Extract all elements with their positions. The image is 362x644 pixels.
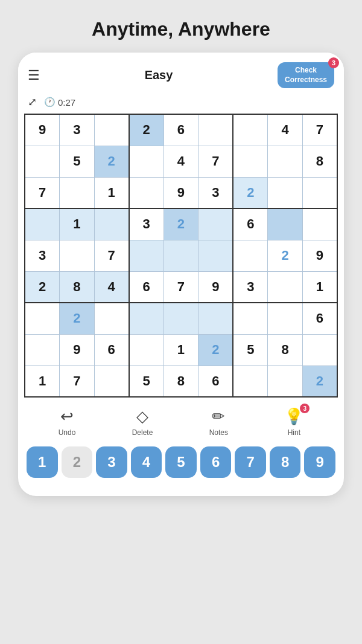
grid-cell[interactable] bbox=[60, 177, 95, 208]
numpad-button-6[interactable]: 6 bbox=[200, 446, 232, 478]
grid-cell[interactable]: 8 bbox=[164, 365, 198, 397]
grid-cell[interactable]: 6 bbox=[302, 303, 337, 334]
grid-cell[interactable]: 2 bbox=[25, 271, 60, 303]
grid-cell[interactable] bbox=[94, 365, 129, 397]
grid-cell[interactable] bbox=[302, 334, 337, 365]
grid-cell[interactable] bbox=[302, 177, 337, 208]
grid-cell[interactable] bbox=[268, 208, 303, 240]
grid-cell[interactable]: 7 bbox=[198, 146, 233, 177]
notes-button[interactable]: ✏ Notes bbox=[209, 407, 228, 437]
grid-cell[interactable]: 3 bbox=[25, 240, 60, 271]
grid-cell[interactable] bbox=[129, 240, 164, 271]
grid-cell[interactable]: 5 bbox=[129, 365, 164, 397]
grid-cell[interactable]: 9 bbox=[198, 271, 233, 303]
grid-cell[interactable] bbox=[233, 365, 268, 397]
grid-cell[interactable] bbox=[198, 114, 233, 146]
grid-cell[interactable]: 7 bbox=[164, 271, 198, 303]
grid-cell[interactable] bbox=[60, 240, 95, 271]
grid-cell[interactable]: 9 bbox=[60, 334, 95, 365]
grid-cell[interactable]: 3 bbox=[60, 114, 95, 146]
grid-cell[interactable]: 6 bbox=[129, 271, 164, 303]
grid-cell[interactable]: 7 bbox=[302, 114, 337, 146]
grid-cell[interactable] bbox=[233, 240, 268, 271]
grid-cell[interactable]: 2 bbox=[302, 365, 337, 397]
hint-icon: 💡 3 bbox=[284, 407, 303, 426]
grid-cell[interactable] bbox=[129, 146, 164, 177]
undo-button[interactable]: ↩ Undo bbox=[59, 407, 76, 437]
grid-cell[interactable]: 9 bbox=[25, 114, 60, 146]
grid-cell[interactable] bbox=[25, 334, 60, 365]
grid-cell[interactable]: 4 bbox=[268, 114, 303, 146]
grid-cell[interactable] bbox=[25, 303, 60, 334]
numpad-button-4[interactable]: 4 bbox=[131, 446, 162, 478]
grid-cell[interactable] bbox=[268, 146, 303, 177]
grid-cell[interactable]: 6 bbox=[233, 208, 268, 240]
grid-cell[interactable]: 2 bbox=[233, 177, 268, 208]
numpad-button-2[interactable]: 2 bbox=[62, 446, 93, 478]
grid-cell[interactable]: 3 bbox=[129, 208, 164, 240]
numpad-button-8[interactable]: 8 bbox=[270, 446, 301, 478]
grid-cell[interactable] bbox=[164, 303, 198, 334]
grid-cell[interactable]: 3 bbox=[233, 271, 268, 303]
grid-cell[interactable]: 6 bbox=[164, 114, 198, 146]
grid-cell[interactable]: 1 bbox=[164, 334, 198, 365]
grid-cell[interactable]: 4 bbox=[94, 271, 129, 303]
grid-cell[interactable]: 1 bbox=[94, 177, 129, 208]
grid-cell[interactable]: 6 bbox=[94, 334, 129, 365]
grid-cell[interactable] bbox=[129, 334, 164, 365]
grid-cell[interactable] bbox=[302, 208, 337, 240]
grid-cell[interactable] bbox=[94, 114, 129, 146]
grid-cell[interactable] bbox=[198, 208, 233, 240]
numpad-button-3[interactable]: 3 bbox=[96, 446, 127, 478]
grid-cell[interactable] bbox=[268, 177, 303, 208]
grid-cell[interactable]: 2 bbox=[60, 303, 95, 334]
grid-cell[interactable] bbox=[233, 146, 268, 177]
grid-cell[interactable] bbox=[233, 114, 268, 146]
grid-cell[interactable] bbox=[164, 240, 198, 271]
expand-icon[interactable]: ⤢ bbox=[28, 95, 37, 109]
grid-cell[interactable]: 1 bbox=[25, 365, 60, 397]
grid-cell[interactable]: 7 bbox=[25, 177, 60, 208]
numpad-button-9[interactable]: 9 bbox=[304, 446, 335, 478]
grid-cell[interactable]: 1 bbox=[302, 271, 337, 303]
hint-badge: 3 bbox=[300, 404, 310, 413]
numpad-button-7[interactable]: 7 bbox=[235, 446, 266, 478]
grid-cell[interactable]: 7 bbox=[94, 240, 129, 271]
grid-cell[interactable] bbox=[268, 271, 303, 303]
grid-cell[interactable] bbox=[233, 303, 268, 334]
grid-cell[interactable] bbox=[94, 208, 129, 240]
grid-cell[interactable]: 3 bbox=[198, 177, 233, 208]
grid-cell[interactable]: 5 bbox=[60, 146, 95, 177]
grid-cell[interactable] bbox=[198, 303, 233, 334]
grid-cell[interactable] bbox=[268, 303, 303, 334]
grid-cell[interactable]: 9 bbox=[302, 240, 337, 271]
grid-cell[interactable]: 2 bbox=[268, 240, 303, 271]
grid-cell[interactable] bbox=[129, 177, 164, 208]
grid-cell[interactable] bbox=[268, 365, 303, 397]
delete-button[interactable]: ◇ Delete bbox=[132, 407, 153, 437]
timer-row: ⤢ 🕐 0:27 bbox=[18, 93, 344, 114]
grid-cell[interactable]: 7 bbox=[60, 365, 95, 397]
grid-cell[interactable]: 2 bbox=[164, 208, 198, 240]
numpad-button-5[interactable]: 5 bbox=[165, 446, 197, 478]
check-correctness-button[interactable]: CheckCorrectness 3 bbox=[278, 62, 334, 88]
grid-cell[interactable]: 9 bbox=[164, 177, 198, 208]
grid-cell[interactable]: 8 bbox=[60, 271, 95, 303]
grid-cell[interactable]: 8 bbox=[268, 334, 303, 365]
grid-cell[interactable]: 1 bbox=[60, 208, 95, 240]
grid-cell[interactable]: 6 bbox=[198, 365, 233, 397]
grid-cell[interactable] bbox=[94, 303, 129, 334]
grid-cell[interactable]: 8 bbox=[302, 146, 337, 177]
grid-cell[interactable] bbox=[25, 146, 60, 177]
grid-cell[interactable]: 5 bbox=[233, 334, 268, 365]
numpad-button-1[interactable]: 1 bbox=[27, 446, 58, 478]
grid-cell[interactable]: 4 bbox=[164, 146, 198, 177]
grid-cell[interactable] bbox=[25, 208, 60, 240]
grid-cell[interactable] bbox=[198, 240, 233, 271]
grid-cell[interactable]: 2 bbox=[94, 146, 129, 177]
grid-cell[interactable]: 2 bbox=[198, 334, 233, 365]
hamburger-icon[interactable]: ☰ bbox=[28, 68, 40, 83]
grid-cell[interactable]: 2 bbox=[129, 114, 164, 146]
grid-cell[interactable] bbox=[129, 303, 164, 334]
hint-button[interactable]: 💡 3 Hint bbox=[284, 407, 303, 437]
